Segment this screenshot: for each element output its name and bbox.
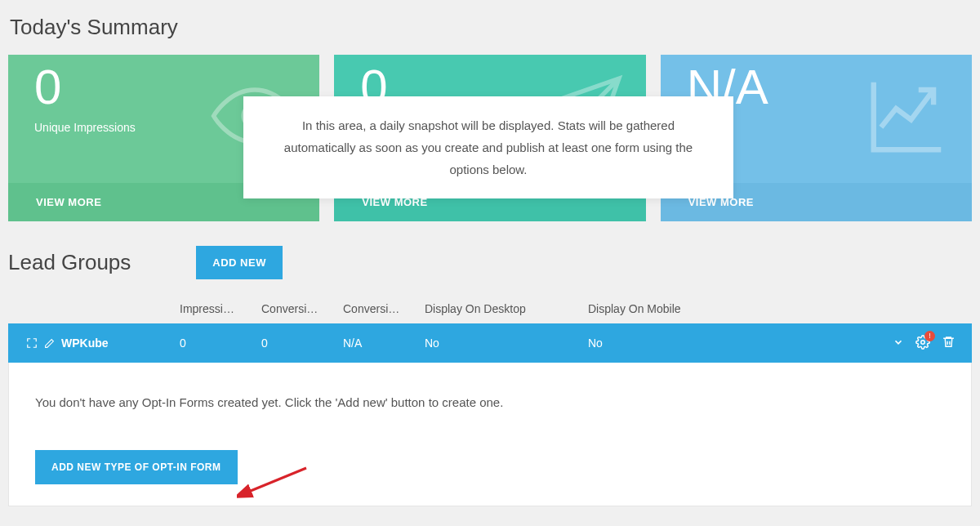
col-impressions: Impressi… bbox=[180, 302, 261, 315]
col-conversion-rate: Conversi… bbox=[343, 302, 425, 315]
col-conversions: Conversi… bbox=[261, 302, 343, 315]
leadgroups-title: Lead Groups bbox=[8, 250, 131, 275]
trash-icon[interactable] bbox=[942, 335, 956, 351]
summary-tooltip: In this area, a daily snapshot will be d… bbox=[243, 96, 733, 198]
empty-message: You don't have any Opt-In Forms created … bbox=[35, 395, 945, 409]
cell-rate: N/A bbox=[343, 337, 425, 350]
expand-icon[interactable] bbox=[26, 337, 38, 349]
chevron-down-icon[interactable] bbox=[893, 337, 904, 350]
settings-button[interactable]: ! bbox=[915, 335, 930, 352]
col-desktop: Display On Desktop bbox=[425, 302, 588, 315]
table-header: Impressi… Conversi… Conversi… Display On… bbox=[8, 294, 972, 323]
group-name: WPKube bbox=[61, 337, 109, 350]
svg-point-1 bbox=[921, 340, 925, 344]
annotation-arrow bbox=[237, 461, 310, 506]
alert-badge: ! bbox=[924, 331, 935, 341]
page-title: Today's Summary bbox=[10, 15, 972, 40]
cell-conversions: 0 bbox=[261, 337, 343, 350]
leadgroups-table: Impressi… Conversi… Conversi… Display On… bbox=[8, 294, 972, 506]
cell-mobile: No bbox=[588, 337, 784, 350]
cell-desktop: No bbox=[425, 337, 588, 350]
add-optin-form-button[interactable]: ADD NEW TYPE OF OPT-IN FORM bbox=[35, 450, 238, 484]
add-new-button[interactable]: ADD NEW bbox=[196, 246, 283, 279]
svg-line-2 bbox=[247, 468, 306, 493]
chart-icon bbox=[862, 71, 952, 164]
empty-panel: You don't have any Opt-In Forms created … bbox=[8, 363, 972, 506]
cell-impressions: 0 bbox=[180, 337, 261, 350]
table-row[interactable]: WPKube 0 0 N/A No No ! bbox=[8, 323, 972, 363]
col-mobile: Display On Mobile bbox=[588, 302, 784, 315]
edit-icon[interactable] bbox=[44, 338, 55, 349]
